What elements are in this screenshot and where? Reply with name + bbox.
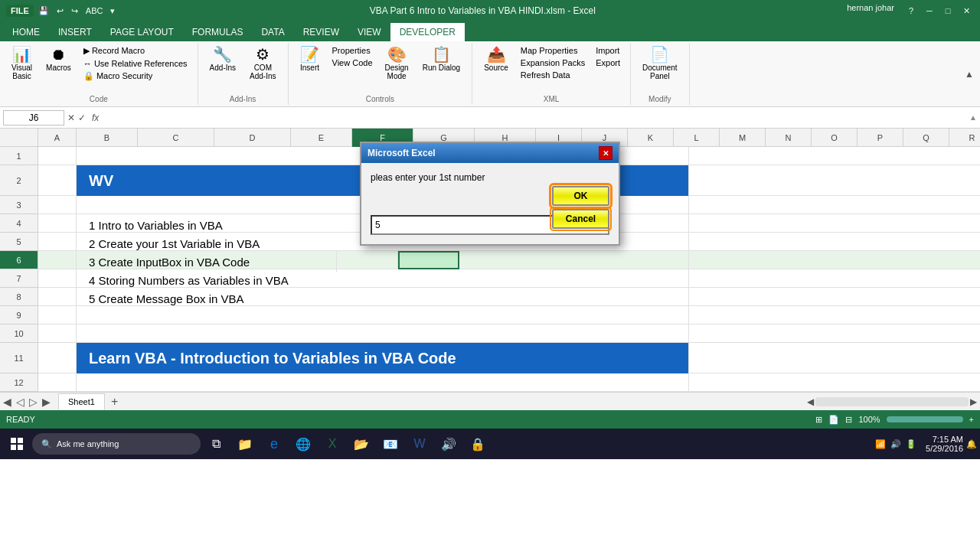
outlook-btn[interactable]: 📧 [377, 430, 404, 458]
row-header-3[interactable]: 3 [0, 196, 38, 214]
sheet-nav-left-btn[interactable]: ◁ [16, 396, 24, 408]
tab-data[interactable]: DATA [252, 23, 293, 41]
fx-button[interactable]: fx [89, 112, 102, 123]
addins-btn[interactable]: 🔧 Add-Ins [204, 44, 241, 74]
help-button[interactable]: ? [903, 3, 919, 18]
tab-pagelayout[interactable]: PAGE LAYOUT [101, 23, 183, 41]
cell-a12[interactable] [38, 373, 77, 391]
sheet-nav-right-btn[interactable]: ▷ [29, 396, 38, 408]
cell-a6[interactable] [38, 251, 77, 269]
folder-btn[interactable]: 📂 [348, 430, 375, 458]
view-layout-btn[interactable]: 📄 [828, 415, 839, 425]
col-header-p[interactable]: P [858, 129, 903, 147]
col-header-q[interactable]: Q [903, 129, 949, 147]
hscroll-right-btn[interactable]: ▶ [970, 396, 977, 407]
refresh-data-btn[interactable]: Refresh Data [517, 69, 589, 81]
zoom-slider[interactable] [887, 416, 963, 422]
col-header-b[interactable]: B [77, 129, 138, 147]
row-header-5[interactable]: 5 [0, 233, 38, 251]
confirm-formula-btn[interactable]: ✓ [78, 112, 86, 123]
view-code-btn[interactable]: View Code [328, 57, 377, 69]
row-header-11[interactable]: 11 [0, 343, 38, 373]
tab-review[interactable]: REVIEW [294, 23, 348, 41]
spell-qa-btn[interactable]: ABC [83, 5, 106, 17]
col-header-e[interactable]: E [291, 129, 352, 147]
misc-btn1[interactable]: 🔊 [435, 430, 462, 458]
dialog-ok-btn[interactable]: OK [552, 186, 609, 206]
chrome-btn[interactable]: 🌐 [289, 430, 317, 458]
cell-a8[interactable] [38, 288, 77, 305]
design-mode-btn[interactable]: 🎨 DesignMode [380, 44, 414, 83]
tab-home[interactable]: HOME [3, 23, 49, 41]
cell-f6[interactable] [398, 251, 459, 269]
macros-btn[interactable]: ⏺ Macros [41, 44, 77, 74]
col-header-a[interactable]: A [38, 129, 77, 147]
cell-a11[interactable] [38, 343, 77, 373]
source-btn[interactable]: 📤 Source [479, 44, 514, 74]
relative-ref-btn[interactable]: ↔ Use Relative References [80, 57, 191, 70]
name-box[interactable] [3, 110, 64, 126]
map-properties-btn[interactable]: Map Properties [517, 44, 589, 57]
excel-taskbar-btn[interactable]: X [318, 430, 346, 458]
tab-view[interactable]: VIEW [348, 23, 390, 41]
row-header-12[interactable]: 12 [0, 373, 38, 392]
row-header-1[interactable]: 1 [0, 147, 38, 165]
properties-btn[interactable]: Properties [328, 44, 377, 57]
formula-bar-expand-btn[interactable]: ▲ [969, 113, 977, 122]
import-btn[interactable]: Import [592, 44, 624, 57]
formula-input[interactable] [105, 112, 966, 123]
com-addins-btn[interactable]: ⚙ COMAdd-Ins [244, 44, 281, 83]
cell-a2[interactable] [38, 165, 77, 195]
view-page-break-btn[interactable]: ⊟ [845, 415, 852, 425]
ribbon-collapse-btn[interactable]: ▲ [965, 69, 974, 80]
inputbox-dialog[interactable]: Microsoft Excel ✕ pleas enter your 1st n… [360, 142, 620, 246]
tab-insert[interactable]: INSERT [49, 23, 101, 41]
cell-a1[interactable] [38, 147, 77, 165]
sheet-next-btn[interactable]: ▶ [42, 396, 51, 408]
row-header-9[interactable]: 9 [0, 306, 38, 324]
col-header-r[interactable]: R [949, 129, 980, 147]
cell-b12[interactable] [77, 373, 689, 391]
dropdown-qa-btn[interactable]: ▾ [107, 5, 118, 18]
cell-g6-rest[interactable] [459, 251, 689, 269]
file-explorer-btn[interactable]: 📁 [231, 430, 259, 458]
col-header-m[interactable]: M [720, 129, 766, 147]
cell-a4[interactable] [38, 214, 77, 232]
cell-a7[interactable] [38, 269, 77, 287]
hscroll-left-btn[interactable]: ◀ [807, 396, 814, 407]
undo-qa-btn[interactable]: ↩ [54, 5, 67, 18]
cell-a3[interactable] [38, 196, 77, 214]
save-qa-btn[interactable]: 💾 [35, 5, 52, 18]
macro-security-btn[interactable]: 🔒 Macro Security [80, 70, 191, 83]
notifications-btn[interactable]: 🔔 [966, 439, 977, 449]
record-macro-btn[interactable]: ▶ Record Macro [80, 44, 191, 57]
row-header-10[interactable]: 10 [0, 324, 38, 343]
row-header-6[interactable]: 6 [0, 251, 38, 269]
col-header-n[interactable]: N [766, 129, 812, 147]
edge-btn[interactable]: e [260, 430, 288, 458]
redo-qa-btn[interactable]: ↪ [68, 5, 81, 18]
cell-b9[interactable] [77, 306, 689, 324]
zoom-in-btn[interactable]: + [969, 415, 974, 424]
cell-e6[interactable] [337, 251, 398, 269]
col-header-l[interactable]: L [674, 129, 720, 147]
cell-a10[interactable] [38, 324, 77, 342]
cell-a5[interactable] [38, 233, 77, 250]
hscroll-bar[interactable] [815, 397, 969, 406]
run-dialog-btn[interactable]: 📋 Run Dialog [417, 44, 466, 74]
taskbar-search[interactable]: 🔍 Ask me anything [32, 433, 201, 455]
visual-basic-btn[interactable]: 📊 VisualBasic [6, 44, 38, 83]
col-header-c[interactable]: C [138, 129, 214, 147]
dialog-close-btn[interactable]: ✕ [599, 146, 612, 160]
sheet-prev-btn[interactable]: ◀ [3, 396, 11, 408]
col-header-o[interactable]: O [812, 129, 858, 147]
document-panel-btn[interactable]: 📄 DocumentPanel [637, 44, 683, 83]
minimize-button[interactable]: ─ [922, 3, 937, 18]
dialog-cancel-btn[interactable]: Cancel [552, 209, 609, 229]
task-view-btn[interactable]: ⧉ [202, 430, 230, 458]
clock[interactable]: 7:15 AM 5/29/2016 [926, 435, 963, 453]
start-button[interactable] [3, 430, 31, 458]
view-normal-btn[interactable]: ⊞ [815, 415, 822, 425]
cancel-formula-btn[interactable]: ✕ [67, 112, 75, 123]
row-header-2[interactable]: 2 [0, 165, 38, 196]
